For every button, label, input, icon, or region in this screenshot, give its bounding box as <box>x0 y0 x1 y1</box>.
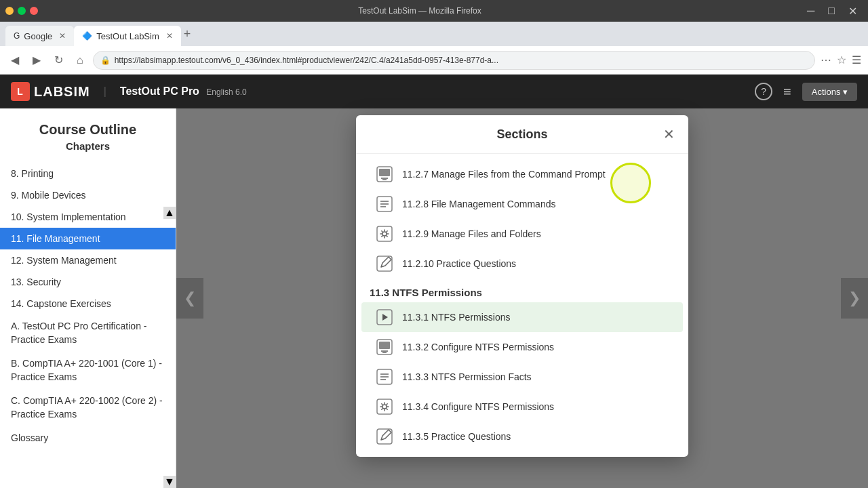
sidebar-item-ch12[interactable]: 12. System Management <box>0 249 176 271</box>
help-icon[interactable]: ? <box>755 83 772 100</box>
play-icon-5 <box>375 308 394 327</box>
sidebar-header: Course Outline Chapters <box>0 108 176 163</box>
section-item-3[interactable]: 11.2.10 Practice Questions <box>361 249 683 279</box>
app-header: L LABSIM | TestOut PC Pro English 6.0 ? … <box>0 75 868 108</box>
header-separator: | <box>104 85 106 98</box>
modal-body: 11.2.7 Manage Files from the Command Pro… <box>356 154 688 457</box>
actions-button[interactable]: Actions ▾ <box>802 83 857 101</box>
course-name: TestOut PC Pro <box>120 85 199 97</box>
sim-icon-6 <box>375 338 394 357</box>
sidebar-scroll-up[interactable]: ▲ <box>163 207 176 219</box>
bookmark-icon[interactable]: ☆ <box>837 54 846 66</box>
window-title: TestOut LabSim — Mozilla Firefox <box>43 6 796 16</box>
minimize-button[interactable] <box>5 7 14 15</box>
sidebar-title: Course Outline <box>11 122 165 138</box>
section-item-label-3: 11.2.10 Practice Questions <box>402 258 516 269</box>
svg-rect-21 <box>377 399 392 414</box>
address-bar: ◀ ▶ ↻ ⌂ 🔒 https://labsimapp.testout.com/… <box>0 46 868 75</box>
sidebar-item-ch9[interactable]: 9. Mobile Devices <box>0 184 176 206</box>
sidebar-item-chA[interactable]: A. TestOut PC Pro Certification - Practi… <box>0 314 176 352</box>
section-item-2[interactable]: 11.2.9 Manage Files and Folders <box>361 219 683 249</box>
sidebar-item-chC[interactable]: C. CompTIA A+ 220-1002 (Core 2) - Practi… <box>0 389 176 426</box>
logo-text: LABSIM <box>34 84 90 100</box>
section-item-5[interactable]: 11.3.1 NTFS Permissions <box>361 302 683 332</box>
svg-rect-2 <box>381 178 388 179</box>
browser-menu-icon[interactable]: ☰ <box>852 54 861 66</box>
win-minimize-icon[interactable]: ─ <box>802 3 820 19</box>
actions-label: Actions ▾ <box>812 87 848 97</box>
section-item-label-2: 11.2.9 Manage Files and Folders <box>402 228 541 239</box>
header-icons: ? ≡ <box>755 83 791 100</box>
section-item-label-8: 11.3.4 Configure NTFS Permissions <box>402 401 554 412</box>
section-item-label-1: 11.2.8 File Management Commands <box>402 199 555 209</box>
sidebar-item-ch8[interactable]: 8. Printing <box>0 163 176 184</box>
svg-rect-1 <box>379 169 390 176</box>
sidebar-scroll-down[interactable]: ▼ <box>163 476 176 488</box>
section-item-6[interactable]: 11.3.2 Configure NTFS Permissions <box>361 332 683 362</box>
tab-labsim-close[interactable]: ✕ <box>166 31 173 41</box>
section-item-label-7: 11.3.3 NTFS Permission Facts <box>402 371 532 382</box>
refresh-button[interactable]: ↻ <box>50 51 67 69</box>
list-icon-1 <box>375 195 394 214</box>
tab-google-label: Google <box>24 31 52 41</box>
tab-favicon-labsim: 🔷 <box>82 31 92 41</box>
svg-rect-16 <box>382 352 387 353</box>
new-tab-button[interactable]: + <box>184 27 191 41</box>
sidebar-item-ch14[interactable]: 14. Capstone Exercises <box>0 293 176 314</box>
tab-favicon-google: G <box>14 31 20 41</box>
modal-header: Sections ✕ <box>356 115 688 154</box>
sidebar-item-chG[interactable]: Glossary <box>0 427 176 449</box>
svg-point-22 <box>382 405 387 409</box>
modal-title: Sections <box>471 127 573 142</box>
section-item-label-9: 11.3.5 Practice Questions <box>402 431 511 442</box>
gear-icon-2 <box>375 224 394 243</box>
section-header-4: 11.3 NTFS Permissions <box>356 279 688 302</box>
window-close-button[interactable] <box>30 7 38 15</box>
url-text: https://labsimapp.testout.com/v6_0_436/i… <box>115 56 808 65</box>
main-area: Course Outline Chapters ▲ 8. Printing9. … <box>0 108 868 488</box>
svg-rect-8 <box>377 226 392 241</box>
section-item-9[interactable]: 11.3.5 Practice Questions <box>361 422 683 451</box>
section-item-7[interactable]: 11.3.3 NTFS Permission Facts <box>361 362 683 392</box>
logo-icon: L <box>11 82 30 101</box>
section-item-8[interactable]: 11.3.4 Configure NTFS Permissions <box>361 392 683 422</box>
tab-google-close[interactable]: ✕ <box>59 31 66 41</box>
tab-labsim-label: TestOut LabSim <box>96 31 159 41</box>
sections-modal: Sections ✕ 11.2.7 Manage Files from the … <box>356 115 688 457</box>
gear-icon-8 <box>375 397 394 416</box>
sidebar-item-chB[interactable]: B. CompTIA A+ 220-1001 (Core 1) - Practi… <box>0 352 176 389</box>
sidebar-item-ch13[interactable]: 13. Security <box>0 271 176 293</box>
url-input[interactable]: 🔒 https://labsimapp.testout.com/v6_0_436… <box>93 51 815 70</box>
menu-icon[interactable]: ≡ <box>783 84 791 100</box>
modal-close-button[interactable]: ✕ <box>663 126 675 142</box>
forward-button[interactable]: ▶ <box>28 51 45 69</box>
back-button[interactable]: ◀ <box>7 51 23 69</box>
lock-icon: 🔒 <box>100 56 111 65</box>
sidebar-item-ch11[interactable]: 11. File Management <box>0 228 176 249</box>
extensions-icon[interactable]: ⋯ <box>821 54 831 66</box>
section-item-label-6: 11.3.2 Configure NTFS Permissions <box>402 342 554 352</box>
sidebar-subtitle: Chapters <box>11 140 165 152</box>
section-item-label-0: 11.2.7 Manage Files from the Command Pro… <box>402 169 606 180</box>
course-info: TestOut PC Pro English 6.0 <box>120 85 247 98</box>
sim-icon-0 <box>375 165 394 184</box>
svg-rect-15 <box>381 350 388 352</box>
tab-google[interactable]: G Google ✕ <box>5 26 74 46</box>
sidebar-list: 8. Printing9. Mobile Devices10. System I… <box>0 163 176 488</box>
home-button[interactable]: ⌂ <box>73 52 87 69</box>
win-close-icon[interactable]: ✕ <box>843 3 863 19</box>
section-header-10: 11.4 Shared Folders <box>356 451 688 457</box>
list-icon-7 <box>375 367 394 386</box>
tab-labsim[interactable]: 🔷 TestOut LabSim ✕ <box>74 26 181 46</box>
course-outline-sidebar: Course Outline Chapters ▲ 8. Printing9. … <box>0 108 176 488</box>
title-bar: TestOut LabSim — Mozilla Firefox ─ □ ✕ <box>0 0 868 22</box>
section-item-1[interactable]: 11.2.8 File Management Commands <box>361 189 683 219</box>
sidebar-item-ch10[interactable]: 10. System Implementation <box>0 206 176 228</box>
win-maximize-icon[interactable]: □ <box>823 3 840 19</box>
pencil-icon-3 <box>375 254 394 273</box>
course-edition: English 6.0 <box>206 87 246 97</box>
content-area: ❮ m ❯ Sections ✕ 11.2.7 Manage Files fro… <box>176 108 868 488</box>
pencil-icon-9 <box>375 427 394 446</box>
section-item-0[interactable]: 11.2.7 Manage Files from the Command Pro… <box>361 159 683 189</box>
maximize-button[interactable] <box>18 7 26 15</box>
